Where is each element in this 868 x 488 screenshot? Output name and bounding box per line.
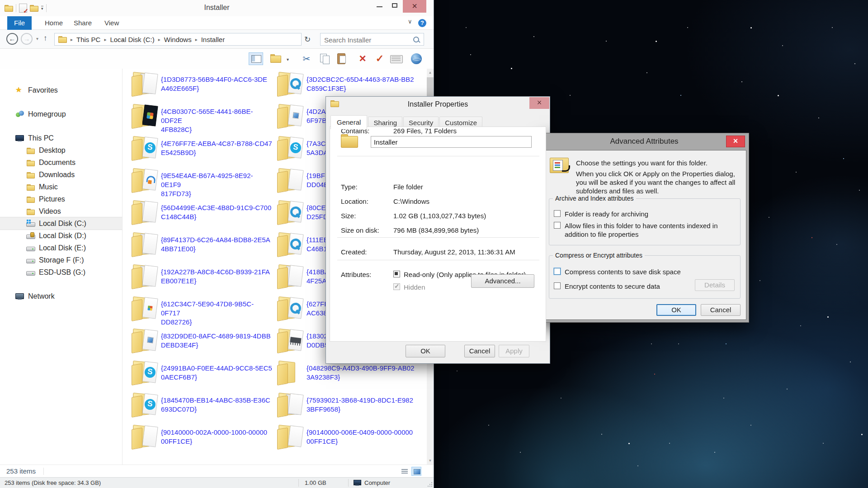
file-item[interactable]: {24991BA0-F0EE-44AD-9CC8-5EC50AECF6B7}: [131, 361, 272, 390]
sidebar-item-label: Storage F (F:): [39, 256, 84, 264]
file-item[interactable]: {4CB0307C-565E-4441-86BE-0DF2E4FB828C}: [131, 104, 272, 133]
sidebar-item[interactable]: Favorites: [0, 84, 122, 96]
breadcrumb-item[interactable]: Local Disk (C:) ▸: [110, 36, 164, 43]
close-icon[interactable]: [726, 136, 745, 147]
scroll-up-icon[interactable]: ▲: [427, 69, 434, 76]
sidebar-item[interactable]: Desktop: [0, 144, 122, 156]
folder-overlay-glyph: [144, 141, 156, 154]
properties-panel-icon[interactable]: [389, 52, 403, 65]
preview-pane-toggle-icon[interactable]: [249, 52, 263, 65]
refresh-icon[interactable]: ↻: [304, 35, 311, 44]
advanced-button[interactable]: Advanced...: [471, 274, 534, 288]
file-item[interactable]: {1D3D8773-56B9-44F0-ACC6-3DEA462E665F}: [131, 72, 272, 101]
search-input[interactable]: [323, 35, 411, 45]
copy-icon[interactable]: [318, 52, 333, 65]
breadcrumb-item[interactable]: Windows ▸: [164, 36, 201, 43]
sidebar-item[interactable]: Homegroup: [0, 108, 122, 120]
cut-icon[interactable]: ✂: [299, 52, 314, 65]
file-item[interactable]: {832D9DE0-8AFC-4689-9819-4DBBDEBD3E4F}: [131, 329, 272, 358]
divider: [43, 468, 44, 475]
minimize-button[interactable]: [372, 0, 387, 13]
apply-button[interactable]: Apply: [499, 345, 529, 357]
details-button[interactable]: Details: [695, 279, 735, 291]
sidebar-item[interactable]: This PC: [0, 132, 122, 144]
sidebar-item-label: Pictures: [39, 195, 65, 203]
sidebar-item-label: Videos: [39, 207, 61, 216]
sidebar-item-icon: [26, 207, 35, 215]
back-button[interactable]: ←: [6, 33, 18, 45]
file-item[interactable]: {9E54E4AE-B67A-4925-8E92-0E1F9817FD73}: [131, 169, 272, 197]
hidden-checkbox[interactable]: [393, 283, 400, 290]
tab-share[interactable]: Share: [67, 16, 99, 30]
file-item[interactable]: {90140000-006E-0409-0000-0000000FF1CE}: [277, 425, 418, 454]
intro-text-1: Choose the settings you want for this fo…: [576, 159, 742, 167]
file-item[interactable]: {1845470B-EB14-4ABC-835B-E36C693DC07D}: [131, 393, 272, 422]
file-item[interactable]: {75939021-3B68-419D-8DC1-E9823BFF9658}: [277, 393, 418, 422]
sidebar-item[interactable]: Music: [0, 181, 122, 193]
file-item[interactable]: {4E76FF7E-AEBA-4C87-B788-CD47E5425B9D}: [131, 136, 272, 165]
folder-icon: [278, 425, 304, 449]
file-item[interactable]: {192A227B-A8C8-4C6D-B939-21FAEB007E1E}: [131, 265, 272, 294]
sidebar-item[interactable]: Network: [0, 290, 122, 302]
checkbox[interactable]: [554, 210, 561, 217]
status-size-text: 1.00 GB: [305, 479, 326, 486]
cancel-button[interactable]: Cancel: [701, 304, 741, 316]
forward-button[interactable]: →: [21, 33, 33, 45]
large-icons-view-icon[interactable]: [411, 467, 421, 476]
file-name: {612C34C7-5E90-47D8-9B5C-0F717DD82726}: [161, 300, 272, 327]
details-view-icon[interactable]: [400, 467, 410, 476]
recent-locations-caret-icon[interactable]: ▾: [36, 36, 38, 41]
network-globe-icon[interactable]: [410, 52, 424, 65]
paste-icon[interactable]: [335, 52, 350, 65]
new-folder-icon[interactable]: [269, 52, 284, 65]
sidebar-item[interactable]: Downloads: [0, 169, 122, 181]
scroll-down-icon[interactable]: ▼: [427, 457, 434, 465]
file-name: {1D3D8773-56B9-44F0-ACC6-3DEA462E665F}: [161, 75, 272, 93]
sidebar-item[interactable]: Storage F (F:): [0, 254, 122, 266]
file-item[interactable]: {048298C9-A4D3-490B-9FF9-AB023A9238F3}: [277, 361, 418, 390]
checkbox[interactable]: [554, 282, 561, 289]
expand-ribbon-chevron-icon[interactable]: ∨: [408, 18, 412, 25]
sidebar-item[interactable]: Pictures: [0, 193, 122, 205]
checkbox-label: Allow files in this folder to have conte…: [565, 221, 734, 239]
resize-grip[interactable]: [427, 481, 432, 487]
search-icon[interactable]: [413, 37, 419, 42]
delete-icon[interactable]: ×: [355, 52, 370, 65]
tab-home[interactable]: Home: [38, 16, 70, 30]
folder-icon: [278, 72, 304, 96]
tab-view[interactable]: View: [98, 16, 126, 30]
sidebar-item[interactable]: Local Disk (C:): [0, 217, 122, 230]
maximize-button[interactable]: [387, 0, 403, 13]
ok-button[interactable]: OK: [406, 345, 445, 357]
file-name: {90140000-006E-0409-0000-0000000FF1CE}: [307, 428, 418, 446]
address-dropdown-caret-icon[interactable]: ∨: [121, 37, 125, 42]
cancel-button[interactable]: Cancel: [464, 345, 495, 357]
file-item[interactable]: {56D4499E-AC3E-4B8D-91C9-C700C148C44B}: [131, 201, 272, 230]
sidebar-item[interactable]: ESD-USB (G:): [0, 266, 122, 278]
new-item-caret-icon[interactable]: ▾: [287, 57, 289, 62]
address-box[interactable]: ▸ This PC ▸ Local Disk (C:) ▸ Windows ▸ …: [54, 33, 302, 46]
sidebar-item[interactable]: Local Disk (D:): [0, 230, 122, 242]
checkbox[interactable]: [554, 222, 561, 229]
computer-icon: [354, 479, 362, 486]
file-item[interactable]: {90140000-002A-0000-1000-0000000FF1CE}: [131, 425, 272, 454]
sidebar-item-icon: [26, 159, 35, 166]
folder-icon: [132, 136, 158, 160]
sidebar-item[interactable]: Local Disk (E:): [0, 242, 122, 254]
properties-tab[interactable]: General: [330, 115, 367, 129]
up-button[interactable]: ↑: [43, 34, 47, 43]
sidebar-item[interactable]: Documents: [0, 156, 122, 169]
ok-button[interactable]: OK: [656, 304, 696, 316]
breadcrumb-item[interactable]: This PC ▸: [76, 36, 110, 43]
file-item[interactable]: {612C34C7-5E90-47D8-9B5C-0F717DD82726}: [131, 297, 272, 326]
readonly-checkbox[interactable]: [393, 271, 400, 277]
help-icon[interactable]: ?: [418, 19, 426, 27]
file-item[interactable]: {89F4137D-6C26-4A84-BDB8-2E5A4BB71E00}: [131, 233, 272, 262]
close-icon[interactable]: [529, 97, 549, 109]
rename-icon[interactable]: ✓: [373, 52, 387, 65]
checkbox[interactable]: [554, 268, 561, 275]
breadcrumb-item[interactable]: Installer ▸: [201, 36, 225, 43]
close-button[interactable]: [403, 0, 426, 13]
tab-file[interactable]: File: [7, 16, 32, 30]
sidebar-item[interactable]: Videos: [0, 205, 122, 217]
